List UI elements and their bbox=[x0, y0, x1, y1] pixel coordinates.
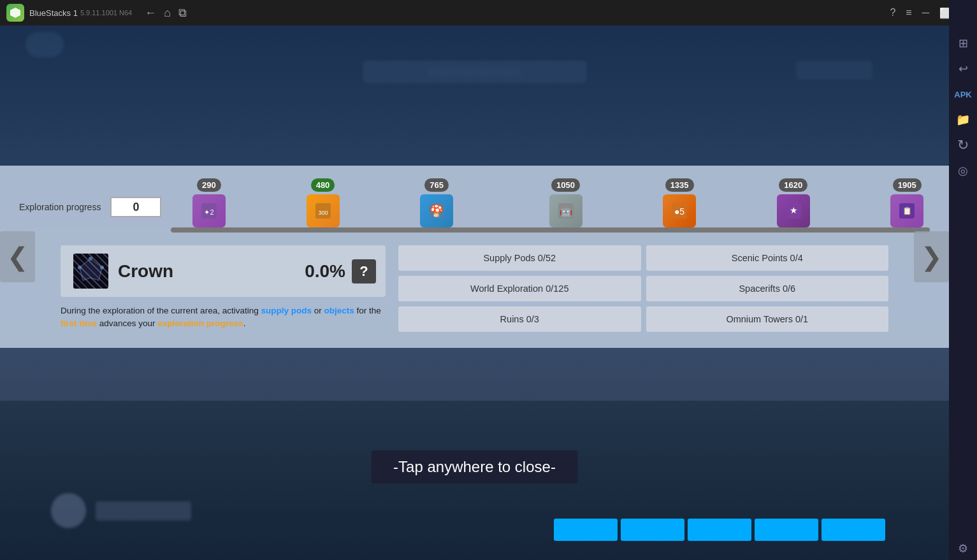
bg-top-right bbox=[796, 61, 872, 80]
exploration-panel: Exploration progress 0 290 ✦2 bbox=[0, 166, 949, 348]
milestone-icon-1335: ●5 bbox=[663, 194, 696, 227]
bottom-btn-5[interactable] bbox=[821, 519, 885, 541]
bottom-area: -Tap anywhere to close- bbox=[0, 401, 949, 560]
game-area: ░░░░░░░░░░░░░░░░░ Exploration progress 0… bbox=[0, 25, 949, 560]
svg-text:📋: 📋 bbox=[902, 206, 912, 215]
stat-spacerifts[interactable]: Spacerifts 0/6 bbox=[646, 276, 889, 301]
bottom-btn-3[interactable] bbox=[688, 519, 751, 541]
highlight-objects: objects bbox=[324, 306, 354, 315]
milestone-badge-765: 765 bbox=[424, 178, 449, 192]
stat-ruins[interactable]: Ruins 0/3 bbox=[398, 306, 641, 332]
highlight-first-time: first time bbox=[61, 319, 97, 328]
milestone-badge-480: 480 bbox=[311, 178, 335, 192]
stats-grid: Supply Pods 0/52 Scenic Points 0/4 World… bbox=[398, 245, 888, 332]
content-row: Crown 0.0% ? During the exploration of t… bbox=[19, 245, 930, 332]
milestone-badge-1620: 1620 bbox=[779, 178, 807, 192]
svg-text:300: 300 bbox=[318, 210, 328, 216]
highlight-supply-pods: supply pods bbox=[261, 306, 312, 315]
bl-bar bbox=[96, 501, 191, 521]
sidebar-icon-1[interactable]: ⊞ bbox=[952, 32, 974, 55]
stat-supply-pods[interactable]: Supply Pods 0/52 bbox=[398, 245, 641, 271]
menu-button[interactable]: ≡ bbox=[906, 7, 911, 18]
sidebar-icon-5[interactable]: ↻ bbox=[952, 134, 974, 157]
highlight-exploration-progress: exploration progress bbox=[157, 319, 243, 328]
home-button[interactable]: ⌂ bbox=[164, 6, 171, 20]
milestone-480: 480 300 bbox=[307, 178, 340, 227]
progress-value: 0 bbox=[133, 201, 139, 214]
stat-scenic-points[interactable]: Scenic Points 0/4 bbox=[646, 245, 889, 271]
milestone-icon-290: ✦2 bbox=[192, 194, 226, 227]
arrow-left-button[interactable]: ❮ bbox=[0, 231, 35, 282]
windows-button[interactable]: ⧉ bbox=[178, 6, 187, 20]
progress-value-box: 0 bbox=[110, 197, 161, 217]
crown-percent: 0.0% bbox=[305, 261, 345, 282]
progress-label: Exploration progress bbox=[19, 202, 101, 212]
bg-top-bar bbox=[25, 32, 64, 57]
crown-bg-diagonal bbox=[70, 250, 112, 292]
titlebar: BlueStacks 1 5.9.11.1001 N64 ← ⌂ ⧉ ? ≡ ─… bbox=[0, 0, 977, 25]
milestone-icon-765: 🍄 bbox=[420, 194, 453, 227]
milestone-icon-1050: 🤖 bbox=[549, 194, 583, 227]
back-button[interactable]: ← bbox=[145, 6, 156, 20]
milestone-icon-1905: 📋 bbox=[890, 194, 923, 227]
milestone-badge-1050: 1050 bbox=[551, 178, 580, 192]
arrow-right-button[interactable]: ❯ bbox=[914, 231, 949, 282]
tap-to-close[interactable]: -Tap anywhere to close- bbox=[371, 450, 578, 484]
app-version: 5.9.11.1001 N64 bbox=[80, 9, 132, 17]
milestone-1335: 1335 ●5 bbox=[663, 178, 696, 227]
milestone-container: 290 ✦2 480 300 765 bbox=[171, 178, 930, 236]
svg-text:●5: ●5 bbox=[674, 206, 684, 217]
milestone-1050: 1050 🤖 bbox=[549, 178, 583, 227]
crown-name: Crown bbox=[118, 261, 305, 282]
svg-marker-0 bbox=[10, 8, 20, 18]
question-icon: ? bbox=[359, 263, 368, 280]
milestone-badge-1905: 1905 bbox=[893, 178, 922, 192]
progress-bar-track bbox=[171, 227, 930, 233]
bottom-btn-2[interactable] bbox=[621, 519, 684, 541]
svg-text:🤖: 🤖 bbox=[560, 205, 572, 217]
milestone-1905: 1905 📋 bbox=[890, 178, 923, 227]
milestone-badge-290: 290 bbox=[197, 178, 221, 192]
nav-buttons: ← ⌂ ⧉ bbox=[145, 6, 187, 20]
bottom-left-ui bbox=[51, 493, 191, 528]
sidebar-icon-3[interactable]: APK bbox=[952, 83, 974, 106]
app-title: BlueStacks 1 bbox=[29, 8, 78, 18]
question-button[interactable]: ? bbox=[352, 259, 376, 284]
sidebar-icon-4[interactable]: 📁 bbox=[952, 108, 974, 131]
stat-world-exploration[interactable]: World Exploration 0/125 bbox=[398, 276, 641, 301]
progress-track-wrapper: 290 ✦2 480 300 765 bbox=[171, 178, 930, 236]
sidebar-icon-2[interactable]: ↩ bbox=[952, 57, 974, 80]
bottom-btn-1[interactable] bbox=[554, 519, 618, 541]
milestone-icon-480: 300 bbox=[307, 194, 340, 227]
bottom-buttons bbox=[554, 519, 885, 541]
crown-image bbox=[70, 250, 112, 292]
crown-description: During the exploration of the current ar… bbox=[61, 305, 386, 331]
sidebar-icon-6[interactable]: ◎ bbox=[952, 159, 974, 182]
sidebar-icon-7[interactable]: ⚙ bbox=[952, 537, 974, 560]
bl-circle bbox=[51, 493, 86, 528]
crown-header: Crown 0.0% ? bbox=[61, 245, 386, 297]
svg-text:🍄: 🍄 bbox=[430, 204, 444, 218]
right-sidebar: ⊞ ↩ APK 📁 ↻ ◎ ⚙ bbox=[949, 0, 977, 560]
svg-text:✦2: ✦2 bbox=[204, 208, 213, 216]
bg-top-center: ░░░░░░░░░░░░░░░░░ bbox=[363, 61, 586, 83]
minimize-button[interactable]: ─ bbox=[922, 7, 929, 18]
arrow-left-icon: ❮ bbox=[7, 242, 29, 271]
svg-text:★: ★ bbox=[789, 205, 797, 215]
crown-section: Crown 0.0% ? During the exploration of t… bbox=[61, 245, 386, 332]
milestone-badge-1335: 1335 bbox=[665, 178, 694, 192]
milestone-icon-1620: ★ bbox=[777, 194, 810, 227]
bottom-btn-4[interactable] bbox=[755, 519, 818, 541]
milestone-765: 765 🍄 bbox=[420, 178, 453, 227]
milestone-290: 290 ✦2 bbox=[192, 178, 226, 227]
arrow-right-icon: ❯ bbox=[921, 242, 943, 271]
bluestacks-logo bbox=[6, 4, 24, 22]
progress-section: Exploration progress 0 290 ✦2 bbox=[19, 178, 930, 236]
help-button[interactable]: ? bbox=[890, 7, 895, 18]
milestone-1620: 1620 ★ bbox=[777, 178, 810, 227]
stat-omnium-towers[interactable]: Omnium Towers 0/1 bbox=[646, 306, 889, 332]
